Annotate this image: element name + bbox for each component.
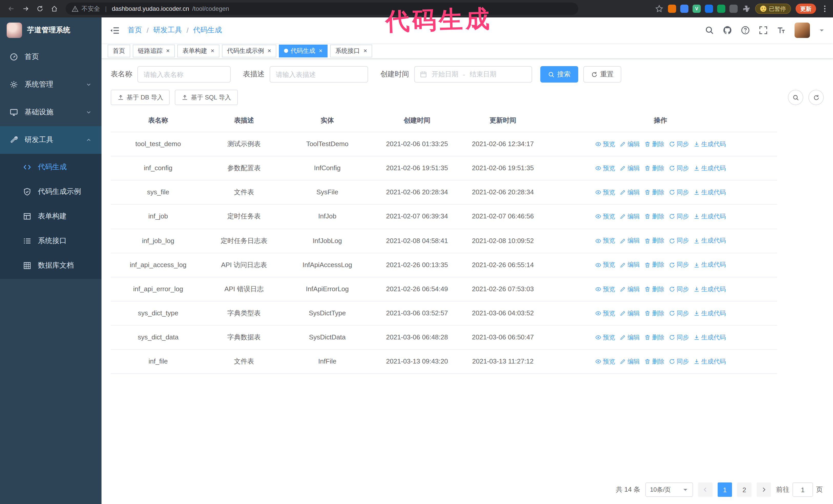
action-delete[interactable]: 删除	[644, 260, 664, 270]
close-icon[interactable]: ×	[319, 48, 323, 54]
tab-home[interactable]: 首页	[108, 44, 130, 57]
action-sync[interactable]: 同步	[669, 212, 689, 221]
action-delete[interactable]: 删除	[644, 284, 664, 294]
action-sync[interactable]: 同步	[669, 188, 689, 197]
action-preview[interactable]: 预览	[595, 309, 615, 318]
action-generate[interactable]: 生成代码	[694, 284, 726, 294]
tab-form-build[interactable]: 表单构建×	[177, 44, 219, 57]
action-edit[interactable]: 编辑	[620, 309, 640, 318]
action-sync[interactable]: 同步	[669, 333, 689, 342]
reset-button[interactable]: 重置	[584, 66, 621, 82]
browser-update-button[interactable]: 更新	[795, 4, 816, 14]
action-preview[interactable]: 预览	[595, 212, 615, 221]
action-generate[interactable]: 生成代码	[694, 309, 726, 318]
user-avatar[interactable]	[794, 23, 810, 38]
puzzle-extensions-icon[interactable]	[742, 5, 751, 13]
refresh-table-button[interactable]	[808, 90, 824, 105]
action-generate[interactable]: 生成代码	[694, 333, 726, 342]
action-sync[interactable]: 同步	[669, 284, 689, 294]
action-generate[interactable]: 生成代码	[694, 236, 726, 246]
action-edit[interactable]: 编辑	[620, 212, 640, 221]
extension-icon[interactable]: V	[693, 5, 701, 13]
sidebar-subitem-api[interactable]: 系统接口	[0, 229, 101, 253]
action-edit[interactable]: 编辑	[620, 164, 640, 173]
browser-forward-button[interactable]	[20, 3, 32, 15]
action-sync[interactable]: 同步	[669, 140, 689, 149]
close-icon[interactable]: ×	[363, 48, 367, 54]
sidebar-item-devtools[interactable]: 研发工具	[0, 126, 101, 154]
import-db-button[interactable]: 基于 DB 导入	[111, 90, 170, 105]
action-generate[interactable]: 生成代码	[694, 212, 726, 221]
action-edit[interactable]: 编辑	[620, 140, 640, 149]
close-icon[interactable]: ×	[166, 48, 170, 54]
action-preview[interactable]: 预览	[595, 260, 615, 270]
sidebar-item-infra[interactable]: 基础设施	[0, 98, 101, 126]
sidebar-subitem-db-doc[interactable]: 数据库文档	[0, 253, 101, 278]
action-preview[interactable]: 预览	[595, 333, 615, 342]
toggle-search-button[interactable]	[788, 90, 803, 105]
action-sync[interactable]: 同步	[669, 357, 689, 366]
browser-home-button[interactable]	[48, 3, 61, 15]
sidebar-item-system[interactable]: 系统管理	[0, 71, 101, 98]
action-edit[interactable]: 编辑	[620, 236, 640, 246]
font-size-icon[interactable]	[777, 26, 786, 35]
tab-trace[interactable]: 链路追踪×	[133, 44, 175, 57]
page-size-select[interactable]: 10条/页	[645, 482, 693, 497]
next-page-button[interactable]	[757, 482, 771, 497]
action-delete[interactable]: 删除	[644, 333, 664, 342]
goto-page-input[interactable]	[792, 482, 813, 497]
breadcrumb-item[interactable]: 研发工具	[153, 26, 182, 35]
sidebar-subitem-codegen[interactable]: 代码生成	[0, 155, 101, 179]
extension-icon[interactable]	[680, 5, 688, 13]
action-sync[interactable]: 同步	[669, 309, 689, 318]
fullscreen-icon[interactable]	[759, 26, 768, 35]
github-icon[interactable]	[723, 26, 732, 35]
action-delete[interactable]: 删除	[644, 164, 664, 173]
logo-row[interactable]: 芋道管理系统	[0, 18, 101, 43]
tab-api[interactable]: 系统接口×	[330, 44, 372, 57]
sidebar-item-home[interactable]: 首页	[0, 43, 101, 71]
action-delete[interactable]: 删除	[644, 212, 664, 221]
action-delete[interactable]: 删除	[644, 140, 664, 149]
action-sync[interactable]: 同步	[669, 164, 689, 173]
address-bar[interactable]: 不安全 | dashboard.yudao.iocoder.cn/tool/co…	[66, 3, 578, 15]
date-range-picker[interactable]: 开始日期 - 结束日期	[414, 66, 532, 82]
tab-codegen-example[interactable]: 代码生成示例×	[222, 44, 276, 57]
caret-down-icon[interactable]	[819, 27, 825, 33]
action-preview[interactable]: 预览	[595, 164, 615, 173]
action-delete[interactable]: 删除	[644, 357, 664, 366]
action-sync[interactable]: 同步	[669, 260, 689, 270]
action-sync[interactable]: 同步	[669, 236, 689, 246]
tab-codegen[interactable]: 代码生成×	[279, 44, 328, 57]
action-preview[interactable]: 预览	[595, 140, 615, 149]
close-icon[interactable]: ×	[211, 48, 214, 54]
action-generate[interactable]: 生成代码	[694, 260, 726, 270]
action-delete[interactable]: 删除	[644, 188, 664, 197]
action-preview[interactable]: 预览	[595, 236, 615, 246]
extension-icon[interactable]	[705, 5, 713, 13]
action-edit[interactable]: 编辑	[620, 357, 640, 366]
extension-icon[interactable]	[668, 5, 676, 13]
extension-icon[interactable]	[717, 5, 725, 13]
close-icon[interactable]: ×	[268, 48, 271, 54]
action-generate[interactable]: 生成代码	[694, 188, 726, 197]
bookmark-star-icon[interactable]	[655, 5, 663, 13]
action-edit[interactable]: 编辑	[620, 284, 640, 294]
extension-icon[interactable]	[730, 5, 738, 13]
sidebar-subitem-codegen-example[interactable]: 代码生成示例	[0, 179, 101, 204]
page-button-1[interactable]: 1	[718, 482, 732, 497]
action-edit[interactable]: 编辑	[620, 333, 640, 342]
page-button-2[interactable]: 2	[737, 482, 752, 497]
browser-back-button[interactable]	[5, 3, 18, 15]
search-icon[interactable]	[705, 26, 714, 35]
action-generate[interactable]: 生成代码	[694, 357, 726, 366]
browser-reload-button[interactable]	[34, 3, 46, 15]
sidebar-subitem-form-build[interactable]: 表单构建	[0, 204, 101, 229]
action-edit[interactable]: 编辑	[620, 260, 640, 270]
breadcrumb-item[interactable]: 首页	[128, 26, 142, 35]
import-sql-button[interactable]: 基于 SQL 导入	[175, 90, 238, 105]
help-icon[interactable]	[741, 26, 750, 35]
action-delete[interactable]: 删除	[644, 309, 664, 318]
action-preview[interactable]: 预览	[595, 284, 615, 294]
sidebar-fold-icon[interactable]	[110, 25, 119, 35]
